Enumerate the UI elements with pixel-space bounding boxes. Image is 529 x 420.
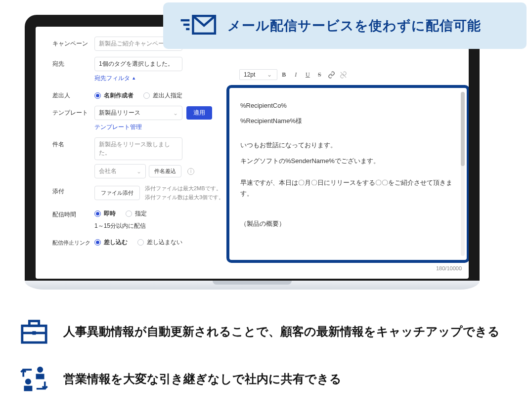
svg-point-11	[25, 378, 31, 384]
svg-rect-10	[36, 374, 44, 379]
feature-text-2: 営業情報を大変な引き継ぎなしで社内に共有できる	[63, 370, 342, 388]
attach-note-2: 添付ファイル数は最大3個です。	[145, 193, 224, 202]
sender-label: 差出人	[52, 88, 94, 100]
sender-radio-card-creator[interactable]: 名刺作成者	[94, 91, 133, 100]
mail-body-editor[interactable]: %RecipientCo% %RecipientName%様 いつもお世話になっ…	[226, 85, 469, 263]
mail-send-icon	[179, 11, 219, 41]
schedule-radio-specify[interactable]: 指定	[126, 210, 147, 218]
radio-dot-icon	[94, 210, 101, 217]
radio-dot-icon	[126, 210, 132, 217]
info-icon[interactable]: i	[187, 168, 194, 175]
briefcase-icon	[20, 316, 48, 347]
template-manage-link[interactable]: テンプレート管理	[94, 124, 142, 130]
optout-radio-insert[interactable]: 差し込む	[94, 238, 128, 247]
svg-rect-6	[29, 321, 39, 326]
subject-company-select[interactable]: 会社名 ⌄	[94, 164, 146, 178]
optout-opt1-label: 差し込む	[104, 238, 128, 247]
underline-button[interactable]: U	[302, 69, 313, 80]
radio-dot-icon	[94, 92, 101, 99]
schedule-opt1-label: 即時	[104, 210, 116, 218]
headline-text: メール配信サービスを使わずに配信可能	[227, 17, 481, 35]
subject-label: 件名	[52, 137, 94, 149]
body-line-recipient-co: %RecipientCo%	[240, 98, 456, 113]
svg-point-9	[37, 367, 43, 373]
chevron-down-icon: ⌄	[267, 71, 272, 78]
strike-button[interactable]: S	[314, 69, 325, 80]
chevron-up-icon: ▲	[132, 76, 136, 81]
radio-dot-icon	[143, 92, 150, 99]
sender-radio-specify[interactable]: 差出人指定	[143, 91, 182, 100]
body-line-recipient-name: %RecipientName%様	[240, 113, 456, 128]
link-icon[interactable]	[326, 69, 337, 80]
headline-banner: メール配信サービスを使わずに配信可能	[163, 2, 527, 49]
attach-note-1: 添付ファイルは最大2MBです。	[145, 184, 224, 193]
char-counter: 180/10000	[436, 265, 462, 271]
body-line-greeting: いつもお世話になっております。	[240, 137, 456, 153]
radio-dot-icon	[94, 239, 101, 246]
font-size-select[interactable]: 12pt ⌄	[239, 69, 277, 80]
optout-opt2-label: 差し込まない	[147, 238, 182, 247]
optout-radio-no-insert[interactable]: 差し込まない	[137, 238, 182, 247]
optout-label: 配信停止リンク	[52, 236, 94, 247]
editor-toolbar: 12pt ⌄ B I U S	[239, 69, 349, 80]
schedule-label: 配信時間	[52, 208, 94, 219]
recipient-filter-text: 宛先フィルタ	[94, 75, 130, 82]
template-value: 新製品リリース	[99, 109, 140, 117]
recipient-filter-link[interactable]: 宛先フィルタ ▲	[94, 75, 136, 82]
svg-rect-8	[32, 331, 36, 335]
attach-label: 添付	[52, 184, 94, 196]
unlink-icon[interactable]	[338, 69, 349, 80]
laptop-mockup: キャンペーン 新製品ご紹介キャンペー 宛先 1個のタグを選択しました。 宛先フィ…	[25, 15, 480, 290]
body-line-sender-intro: キングソフトの%SenderName%でございます。	[240, 153, 456, 168]
feature-text-1: 人事異動情報が自動更新されることで、顧客の最新情報をキャッチアップできる	[63, 323, 500, 340]
feature-item-sales-sharing: 営業情報を大変な引き継ぎなしで社内に共有できる	[20, 364, 509, 394]
body-line-intro-text: 早速ですが、本日は〇月〇日にリリースをする〇〇をご紹介させて頂きます。	[240, 177, 456, 199]
template-select[interactable]: 新製品リリース ⌄	[94, 106, 182, 120]
people-swap-icon	[20, 364, 48, 394]
schedule-opt2-label: 指定	[135, 210, 147, 218]
app-screen: キャンペーン 新製品ご紹介キャンペー 宛先 1個のタグを選択しました。 宛先フィ…	[36, 27, 469, 279]
feature-list: 人事異動情報が自動更新されることで、顧客の最新情報をキャッチアップできる 営業情…	[20, 316, 509, 411]
scrollbar[interactable]	[461, 92, 465, 256]
italic-button[interactable]: I	[290, 69, 301, 80]
template-apply-button[interactable]: 適用	[186, 106, 212, 120]
schedule-radio-immediate[interactable]: 即時	[94, 210, 116, 218]
subject-input[interactable]: 新製品をリリース致しました。	[94, 137, 182, 160]
file-attach-button[interactable]: ファイル添付	[94, 186, 140, 200]
feature-item-hr-updates: 人事異動情報が自動更新されることで、顧客の最新情報をキャッチアップできる	[20, 316, 509, 347]
chevron-down-icon: ⌄	[136, 168, 141, 175]
screen-bezel: キャンペーン 新製品ご紹介キャンペー 宛先 1個のタグを選択しました。 宛先フィ…	[25, 15, 480, 281]
campaign-label: キャンペーン	[52, 37, 94, 48]
template-label: テンプレート	[52, 106, 94, 117]
sender-opt2-label: 差出人指定	[153, 91, 182, 100]
laptop-base	[25, 281, 480, 290]
sender-opt1-label: 名刺作成者	[104, 91, 133, 100]
svg-rect-12	[24, 386, 32, 391]
subject-company-placeholder: 会社名	[99, 167, 117, 175]
to-input[interactable]: 1個のタグを選択しました。	[94, 57, 182, 71]
font-size-value: 12pt	[244, 71, 255, 78]
bold-button[interactable]: B	[278, 69, 289, 80]
radio-dot-icon	[137, 239, 144, 246]
to-label: 宛先	[52, 57, 94, 68]
subject-insert-button[interactable]: 件名差込	[149, 165, 181, 177]
body-line-product-overview: （製品の概要）	[240, 216, 456, 231]
chevron-down-icon: ⌄	[173, 110, 178, 117]
